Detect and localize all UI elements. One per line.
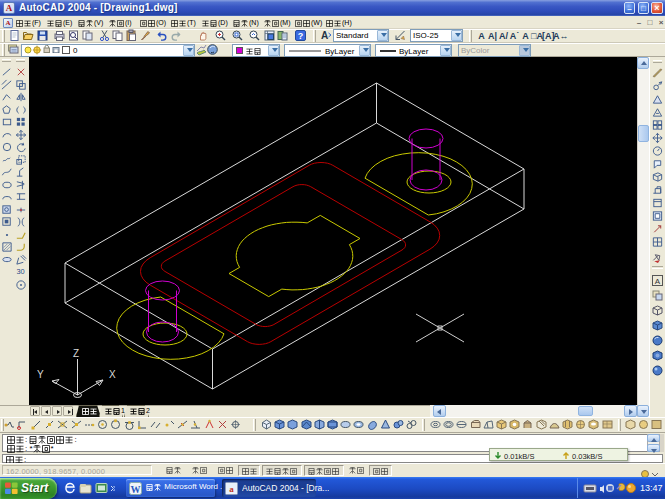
svg-text:Z: Z	[73, 348, 79, 359]
svg-text:A: A	[655, 277, 661, 286]
svg-text:Y: Y	[37, 369, 44, 380]
svg-text:?: ?	[298, 31, 304, 41]
svg-text:W: W	[131, 483, 141, 494]
svg-text:a: a	[229, 484, 234, 494]
svg-text:X: X	[109, 369, 116, 380]
svg-text:30: 30	[16, 267, 24, 276]
svg-text:A: A	[321, 30, 328, 41]
svg-text:0: 0	[73, 46, 78, 55]
